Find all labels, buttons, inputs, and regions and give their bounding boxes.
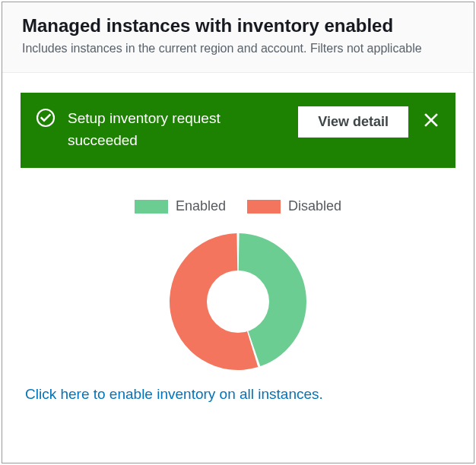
enable-inventory-link[interactable]: Click here to enable inventory on all in… bbox=[21, 386, 455, 403]
view-detail-button[interactable]: View detail bbox=[298, 106, 408, 138]
chart-area: Enabled Disabled bbox=[21, 198, 455, 372]
svg-point-1 bbox=[207, 270, 269, 333]
legend-label-disabled: Disabled bbox=[288, 198, 341, 214]
chart-legend: Enabled Disabled bbox=[21, 198, 455, 214]
legend-item-enabled: Enabled bbox=[135, 198, 226, 214]
legend-item-disabled: Disabled bbox=[247, 198, 341, 214]
close-alert-button[interactable] bbox=[420, 109, 442, 131]
panel-subtitle: Includes instances in the current region… bbox=[22, 40, 454, 57]
donut-chart bbox=[167, 231, 309, 372]
panel-body: Setup inventory request succeeded View d… bbox=[2, 73, 474, 418]
legend-swatch-disabled bbox=[247, 200, 281, 214]
close-icon bbox=[424, 112, 439, 128]
inventory-panel: Managed instances with inventory enabled… bbox=[2, 2, 474, 463]
panel-title: Managed instances with inventory enabled bbox=[22, 14, 454, 37]
success-alert: Setup inventory request succeeded View d… bbox=[21, 93, 455, 168]
svg-point-0 bbox=[37, 109, 54, 126]
success-check-icon bbox=[36, 108, 56, 128]
legend-swatch-enabled bbox=[135, 200, 168, 214]
alert-message: Setup inventory request succeeded bbox=[68, 106, 286, 151]
panel-header: Managed instances with inventory enabled… bbox=[2, 2, 474, 73]
legend-label-enabled: Enabled bbox=[176, 198, 226, 214]
